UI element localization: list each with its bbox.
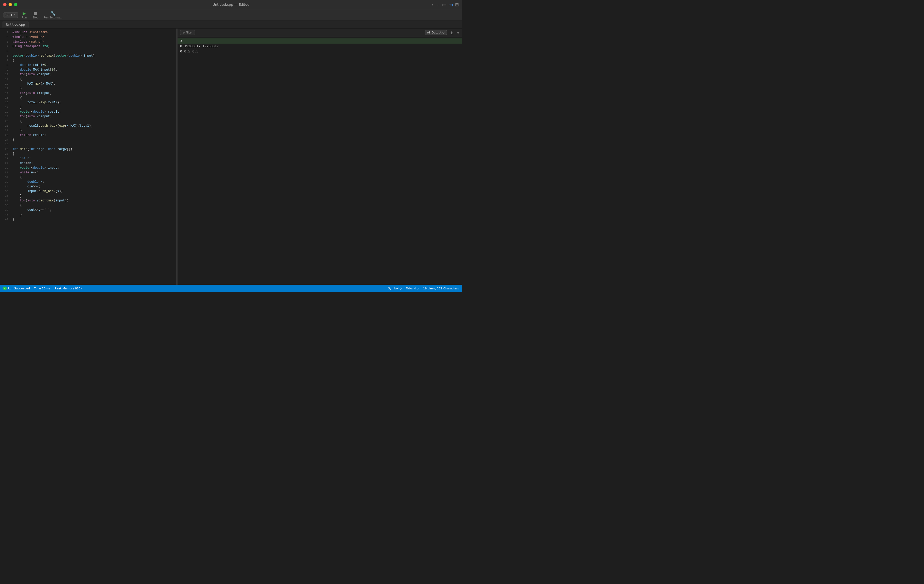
wrench-icon: 🔧 bbox=[51, 11, 56, 16]
view-grid-button[interactable]: ⊞ bbox=[455, 2, 459, 7]
code-text[interactable]: #include <iostream> #include <vector> #i… bbox=[11, 28, 176, 285]
tabs-selector[interactable]: Tabs: 4 ◇ bbox=[406, 287, 419, 290]
run-label: Run bbox=[22, 16, 27, 19]
output-dropdown-label: All Output ◇ bbox=[427, 31, 444, 34]
view-pane-button[interactable]: ▭ bbox=[449, 2, 453, 7]
output-line-1: 3 bbox=[178, 38, 462, 44]
run-settings-button[interactable]: 🔧 Run Settings... bbox=[42, 11, 64, 20]
language-selector[interactable]: C++ ⌃ bbox=[3, 12, 18, 18]
toolbar: C++ ⌃ ▶ Run ■ Stop 🔧 Run Settings... bbox=[0, 9, 462, 21]
language-label: C++ bbox=[5, 13, 13, 17]
output-dropdown[interactable]: All Output ◇ bbox=[425, 30, 447, 35]
main-area: 12345 678910 1112131415 1617181920 21222… bbox=[0, 28, 462, 285]
chevron-down-icon: ⌃ bbox=[14, 14, 16, 16]
run-settings-label: Run Settings... bbox=[44, 16, 63, 19]
time-label: Time 10 ms bbox=[34, 287, 51, 290]
output-line-3: 0 0.5 0.5 bbox=[180, 49, 459, 54]
close-button[interactable] bbox=[3, 3, 7, 6]
nav-forward-button[interactable]: › bbox=[436, 2, 440, 7]
tab-untitled-cpp[interactable]: Untitled.cpp bbox=[2, 21, 29, 28]
success-icon: ✓ bbox=[3, 287, 7, 290]
expand-output-button[interactable]: ∨ bbox=[457, 31, 459, 35]
window-title: Untitled.cpp — Edited bbox=[213, 3, 249, 7]
status-right: Symbol ◇ Tabs: 4 ◇ 19 Lines, 279 Charact… bbox=[388, 287, 459, 290]
code-editor[interactable]: 12345 678910 1112131415 1617181920 21222… bbox=[0, 28, 177, 285]
output-filter[interactable]: ⊙ Filter bbox=[180, 30, 195, 35]
line-numbers: 12345 678910 1112131415 1617181920 21222… bbox=[0, 28, 11, 285]
run-succeeded-label: Run Succeeded bbox=[8, 287, 30, 290]
statusbar: ✓ Run Succeeded Time 10 ms Peak Memory 8… bbox=[0, 285, 462, 292]
play-icon: ▶ bbox=[23, 11, 26, 16]
filter-label: Filter bbox=[186, 31, 193, 34]
output-toolbar: ⊙ Filter All Output ◇ 🗑 ∨ bbox=[178, 28, 462, 37]
traffic-lights bbox=[3, 3, 17, 6]
stop-button[interactable]: ■ Stop bbox=[30, 10, 41, 20]
clear-output-button[interactable]: 🗑 bbox=[450, 31, 454, 35]
minimize-button[interactable] bbox=[8, 3, 12, 6]
filter-icon: ⊙ bbox=[183, 31, 185, 34]
stop-icon: ■ bbox=[33, 11, 37, 16]
memory-label: Peak Memory 885K bbox=[55, 287, 82, 290]
output-content: 3 0 19260817 19260817 0 0.5 0.5 bbox=[178, 37, 462, 285]
symbol-selector[interactable]: Symbol ◇ bbox=[388, 287, 402, 290]
run-status: ✓ Run Succeeded bbox=[3, 287, 30, 290]
output-panel: ⊙ Filter All Output ◇ 🗑 ∨ 3 0 19260817 1… bbox=[178, 28, 462, 285]
tab-label: Untitled.cpp bbox=[6, 23, 25, 26]
status-left: ✓ Run Succeeded Time 10 ms Peak Memory 8… bbox=[3, 287, 82, 290]
titlebar-right: ‹ › ▭ ▭ ⊞ bbox=[431, 2, 459, 7]
titlebar: Untitled.cpp — Edited ‹ › ▭ ▭ ⊞ bbox=[0, 0, 462, 9]
maximize-button[interactable] bbox=[14, 3, 17, 6]
lines-chars: 19 Lines, 279 Characters bbox=[423, 287, 459, 290]
output-line-2: 0 19260817 19260817 bbox=[180, 44, 459, 49]
stop-label: Stop bbox=[33, 16, 38, 19]
view-split-button[interactable]: ▭ bbox=[442, 2, 446, 7]
run-button[interactable]: ▶ Run bbox=[20, 10, 29, 20]
tabbar: Untitled.cpp bbox=[0, 21, 462, 28]
nav-back-button[interactable]: ‹ bbox=[431, 2, 434, 7]
